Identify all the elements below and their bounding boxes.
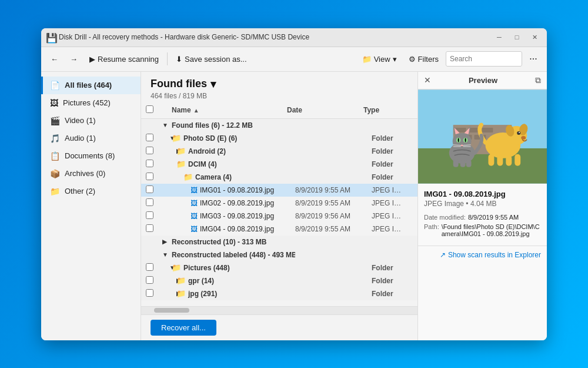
table-row[interactable]: ▼ Reconstructed labeled (448) - 493 MB: [141, 248, 417, 261]
sidebar-item-archives[interactable]: 📦 Archives (0): [41, 165, 141, 183]
save-session-button[interactable]: ⬇ Save session as...: [171, 52, 252, 66]
maximize-button[interactable]: □: [509, 31, 524, 44]
row-check[interactable]: [146, 198, 162, 208]
expand-icon[interactable]: ▼: [162, 135, 172, 141]
preview-close-button[interactable]: ✕: [424, 75, 431, 85]
expand-icon[interactable]: ▶: [162, 148, 176, 154]
svg-point-14: [521, 136, 526, 140]
header-name[interactable]: Name ▲: [172, 106, 287, 114]
header-check[interactable]: [146, 105, 162, 115]
row-check[interactable]: [146, 263, 162, 273]
row-name: 📁 DCIM (4): [176, 160, 295, 168]
expand-icon[interactable]: ▼: [162, 161, 176, 167]
svg-point-28: [465, 138, 466, 142]
row-date: 8/9/2019 9:55 AM: [295, 186, 372, 194]
table-row[interactable]: 🖼 IMG02 - 09.08.2019.jpg 8/9/2019 9:55 A…: [141, 197, 417, 210]
resume-scan-button[interactable]: ▶ Resume scanning: [85, 52, 163, 66]
expand-icon[interactable]: ▶: [162, 238, 172, 245]
sidebar-item-pictures[interactable]: 🖼 Pictures (452): [41, 94, 141, 112]
row-type: Folder: [372, 264, 413, 272]
view-button[interactable]: 📁 View ▾: [358, 52, 402, 66]
table-row[interactable]: ▶ 📁 jpg (291) Folder: [141, 287, 417, 300]
row-name: Found files (6) - 12.2 MB: [172, 121, 295, 130]
separator: [167, 52, 168, 65]
file-list-header: Name ▲ Date Type: [141, 102, 417, 119]
jpeg-file-icon: 🖼: [191, 186, 198, 194]
sort-arrow-icon: ▲: [193, 107, 199, 114]
close-button[interactable]: ✕: [527, 31, 542, 44]
preview-copy-button[interactable]: ⧉: [535, 75, 541, 85]
archives-icon: 📦: [50, 169, 60, 178]
svg-rect-35: [460, 160, 466, 167]
chevron-down-icon: ▾: [393, 55, 397, 64]
sidebar-item-all-files[interactable]: 📄 All files (464): [41, 77, 141, 94]
row-name: 🖼 IMG02 - 09.08.2019.jpg: [191, 199, 295, 207]
row-type: Folder: [372, 173, 413, 181]
table-row[interactable]: ▼ 📁 Photo SD (E) (6) Folder: [141, 132, 417, 145]
content-header: Found files ▾ 464 files / 819 MB: [141, 72, 417, 102]
table-row[interactable]: 🖼 IMG01 - 09.08.2019.jpg 8/9/2019 9:55 A…: [141, 184, 417, 197]
row-name: Reconstructed labeled (448) - 493 MB: [172, 251, 295, 259]
more-options-button[interactable]: ···: [524, 51, 542, 67]
table-row[interactable]: 🖼 IMG03 - 09.08.2019.jpg 8/9/2019 9:56 A…: [141, 210, 417, 223]
header-date[interactable]: Date: [287, 106, 363, 114]
expand-icon[interactable]: ▼: [162, 122, 172, 128]
recover-all-button[interactable]: Recover all...: [151, 320, 216, 336]
content-title: Found files ▾: [151, 78, 408, 91]
table-row[interactable]: ▶ Reconstructed (10) - 313 MB: [141, 236, 417, 248]
horizontal-scrollbar[interactable]: [141, 306, 417, 314]
sidebar-item-other[interactable]: 📁 Other (2): [41, 183, 141, 200]
back-button[interactable]: ←: [46, 52, 63, 66]
table-row[interactable]: ▼ 📁 DCIM (4) Folder: [141, 158, 417, 171]
row-check[interactable]: [146, 224, 162, 234]
row-type: Folder: [372, 134, 413, 142]
table-row[interactable]: ▼ 📁 Pictures (448) Folder: [141, 261, 417, 274]
row-check[interactable]: [146, 160, 162, 169]
minimize-button[interactable]: ─: [492, 31, 507, 44]
expand-icon[interactable]: ▼: [162, 174, 183, 180]
row-type: JPEG I…: [372, 199, 413, 207]
other-icon: 📁: [50, 187, 60, 196]
row-name: 📁 Camera (4): [183, 173, 295, 181]
sidebar-item-video[interactable]: 🎬 Video (1): [41, 112, 141, 130]
table-row[interactable]: 🖼 IMG04 - 09.08.2019.jpg 8/9/2019 9:55 A…: [141, 223, 417, 236]
row-check[interactable]: [146, 276, 162, 286]
row-check[interactable]: [146, 147, 162, 156]
table-row[interactable]: ▼ Found files (6) - 12.2 MB: [141, 119, 417, 132]
dropdown-chevron-icon[interactable]: ▾: [211, 78, 216, 91]
header-type[interactable]: Type: [363, 106, 405, 114]
sidebar-item-audio[interactable]: 🎵 Audio (1): [41, 130, 141, 147]
expand-icon[interactable]: ▶: [162, 277, 176, 284]
explorer-link-icon: ↗: [440, 251, 446, 259]
search-box[interactable]: [446, 51, 522, 67]
row-check[interactable]: [146, 211, 162, 221]
preview-meta: Date modified: 8/9/2019 9:55 AM Path: \F…: [424, 214, 541, 237]
preview-filetype: JPEG Image • 4.04 MB: [424, 200, 541, 208]
row-check[interactable]: [146, 173, 162, 182]
filters-button[interactable]: ⚙ Filters: [404, 52, 443, 66]
select-all-checkbox[interactable]: [146, 105, 153, 113]
table-row[interactable]: ▶ 📁 gpr (14) Folder: [141, 274, 417, 287]
forward-button[interactable]: →: [65, 52, 82, 66]
meta-path: Path: \Found files\Photo SD (E)\DCIM\Cam…: [424, 223, 541, 237]
app-icon: 💾: [46, 32, 55, 42]
table-row[interactable]: ▼ 📁 Camera (4) Folder: [141, 171, 417, 184]
expand-icon[interactable]: ▶: [162, 290, 176, 297]
search-input[interactable]: [450, 55, 518, 63]
row-check[interactable]: [146, 289, 162, 299]
row-check[interactable]: [146, 134, 162, 143]
hscroll-thumb[interactable]: [154, 308, 189, 313]
content-subtitle: 464 files / 819 MB: [151, 92, 408, 100]
row-name: 📁 gpr (14): [176, 276, 295, 285]
row-check[interactable]: [146, 185, 162, 195]
show-in-explorer-button[interactable]: ↗ Show scan results in Explorer: [440, 251, 541, 259]
main-window: 💾 Disk Drill - All recovery methods - Ha…: [41, 28, 547, 340]
sidebar-item-documents[interactable]: 📋 Documents (8): [41, 147, 141, 165]
row-type: Folder: [372, 290, 413, 298]
table-row[interactable]: ▶ 📁 Android (2) Folder: [141, 145, 417, 158]
jpeg-file-icon: 🖼: [191, 225, 198, 233]
expand-icon[interactable]: ▼: [162, 251, 172, 258]
expand-icon[interactable]: ▼: [162, 264, 172, 271]
svg-rect-18: [514, 154, 520, 165]
folder-icon: 📁: [183, 173, 193, 181]
